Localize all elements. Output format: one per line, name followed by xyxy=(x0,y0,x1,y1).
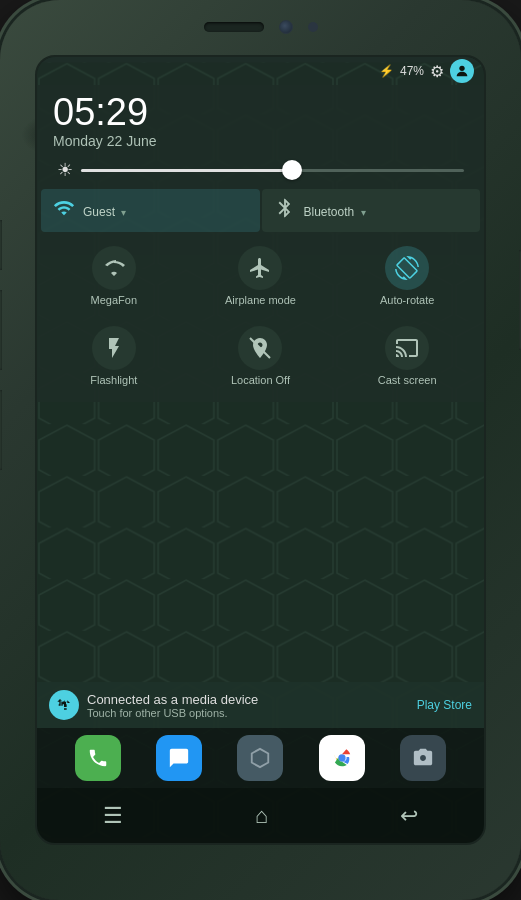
account-icon[interactable] xyxy=(450,59,474,83)
sensor xyxy=(308,22,318,32)
screen-bezel: ⚡ 47% ⚙ 05:29 Monday 22 June xyxy=(35,55,486,845)
megafon-icon-wrap xyxy=(92,246,136,290)
home-nav-button[interactable]: ⌂ xyxy=(247,795,276,837)
autorotate-icon-wrap xyxy=(385,246,429,290)
date-display: Monday 22 June xyxy=(53,133,468,149)
camera-app[interactable] xyxy=(400,735,446,781)
speaker-grill xyxy=(204,22,264,32)
flashlight-icon-wrap xyxy=(92,326,136,370)
time-display: 05:29 xyxy=(53,93,468,131)
screen: ⚡ 47% ⚙ 05:29 Monday 22 June xyxy=(37,57,484,843)
bluetooth-icon xyxy=(274,197,296,224)
location-label: Location Off xyxy=(231,374,290,386)
wifi-icon xyxy=(53,197,75,224)
volume-down-button[interactable] xyxy=(0,290,2,370)
notification-bar[interactable]: Connected as a media device Touch for ot… xyxy=(37,682,484,728)
tiles-row-2: Flashlight Location Off xyxy=(37,314,484,394)
menu-nav-button[interactable]: ☰ xyxy=(95,795,131,837)
back-nav-button[interactable]: ↩ xyxy=(392,795,426,837)
battery-charging-icon: ⚡ xyxy=(379,64,394,78)
top-accessories xyxy=(204,20,318,34)
brightness-icon: ☀ xyxy=(57,159,73,181)
brightness-thumb[interactable] xyxy=(282,160,302,180)
power-button-left[interactable] xyxy=(0,390,2,470)
hex-app[interactable] xyxy=(237,735,283,781)
brightness-fill xyxy=(81,169,292,172)
flashlight-label: Flashlight xyxy=(90,374,137,386)
messages-app[interactable] xyxy=(156,735,202,781)
location-icon-wrap xyxy=(238,326,282,370)
tiles-row-1: MegaFon Airplane mode xyxy=(37,234,484,314)
cast-tile[interactable]: Cast screen xyxy=(334,316,480,392)
wifi-label: Guest xyxy=(83,205,115,219)
bluetooth-toggle[interactable]: Bluetooth ▾ xyxy=(262,189,481,232)
quick-settings-panel: 05:29 Monday 22 June ☀ xyxy=(37,85,484,402)
brightness-row: ☀ xyxy=(37,153,484,187)
phone-outer: ⚡ 47% ⚙ 05:29 Monday 22 June xyxy=(0,0,521,900)
app-dock xyxy=(37,728,484,788)
bluetooth-chevron: ▾ xyxy=(361,207,366,218)
megafon-tile[interactable]: MegaFon xyxy=(41,236,187,312)
cast-icon-wrap xyxy=(385,326,429,370)
flashlight-tile[interactable]: Flashlight xyxy=(41,316,187,392)
nav-bar: ☰ ⌂ ↩ xyxy=(37,788,484,843)
time-section: 05:29 Monday 22 June xyxy=(37,85,484,153)
toggle-grid: Guest ▾ Bluetooth ▾ xyxy=(37,187,484,234)
wifi-toggle[interactable]: Guest ▾ xyxy=(41,189,260,232)
svg-point-3 xyxy=(459,66,464,71)
airplane-label: Airplane mode xyxy=(225,294,296,306)
autorotate-tile[interactable]: Auto-rotate xyxy=(334,236,480,312)
megafon-label: MegaFon xyxy=(91,294,137,306)
svg-marker-5 xyxy=(252,749,269,767)
play-store-button[interactable]: Play Store xyxy=(417,698,472,712)
airplane-tile[interactable]: Airplane mode xyxy=(188,236,334,312)
settings-icon[interactable]: ⚙ xyxy=(430,62,444,81)
wifi-chevron: ▾ xyxy=(121,207,126,218)
notification-subtitle: Touch for other USB options. xyxy=(87,707,409,719)
brightness-slider[interactable] xyxy=(81,169,464,172)
notification-title: Connected as a media device xyxy=(87,692,409,707)
svg-point-6 xyxy=(338,754,345,761)
volume-up-button[interactable] xyxy=(0,220,2,270)
airplane-icon-wrap xyxy=(238,246,282,290)
notification-text: Connected as a media device Touch for ot… xyxy=(87,692,409,719)
battery-percentage: 47% xyxy=(400,64,424,78)
cast-label: Cast screen xyxy=(378,374,437,386)
front-camera xyxy=(279,20,293,34)
usb-icon xyxy=(49,690,79,720)
status-bar: ⚡ 47% ⚙ xyxy=(37,57,484,85)
location-tile[interactable]: Location Off xyxy=(188,316,334,392)
phone-app[interactable] xyxy=(75,735,121,781)
chrome-app[interactable] xyxy=(319,735,365,781)
bluetooth-label: Bluetooth xyxy=(304,205,355,219)
autorotate-label: Auto-rotate xyxy=(380,294,434,306)
